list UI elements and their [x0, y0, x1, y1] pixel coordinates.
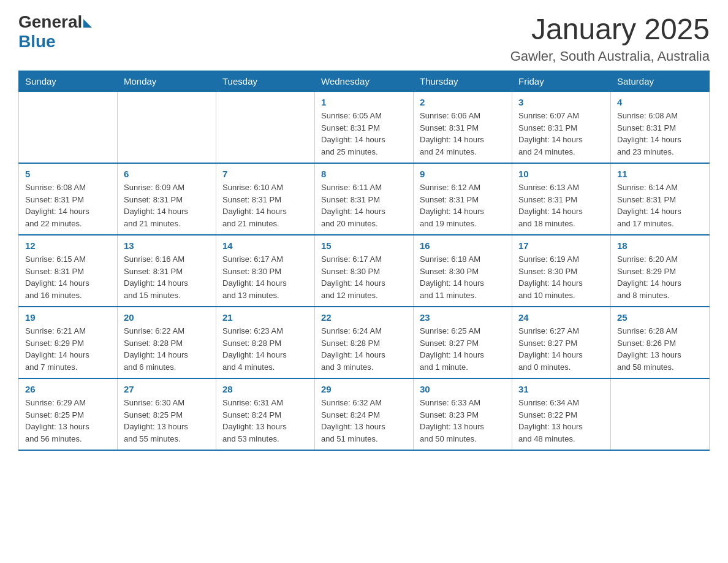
- day-cell-28: 28Sunrise: 6:31 AMSunset: 8:24 PMDayligh…: [216, 378, 315, 450]
- empty-cell: [19, 92, 118, 164]
- day-cell-8: 8Sunrise: 6:11 AMSunset: 8:31 PMDaylight…: [315, 163, 414, 235]
- week-row-2: 5Sunrise: 6:08 AMSunset: 8:31 PMDaylight…: [19, 163, 710, 235]
- day-number-17: 17: [518, 240, 604, 251]
- day-cell-14: 14Sunrise: 6:17 AMSunset: 8:30 PMDayligh…: [216, 235, 315, 307]
- week-row-4: 19Sunrise: 6:21 AMSunset: 8:29 PMDayligh…: [19, 307, 710, 378]
- day-number-7: 7: [222, 169, 308, 179]
- day-number-31: 31: [518, 384, 604, 394]
- day-number-10: 10: [518, 169, 604, 179]
- day-cell-1: 1Sunrise: 6:05 AMSunset: 8:31 PMDaylight…: [315, 92, 414, 164]
- day-cell-25: 25Sunrise: 6:28 AMSunset: 8:26 PMDayligh…: [611, 307, 710, 378]
- day-cell-23: 23Sunrise: 6:25 AMSunset: 8:27 PMDayligh…: [414, 307, 512, 378]
- day-info-17: Sunrise: 6:19 AMSunset: 8:30 PMDaylight:…: [518, 253, 604, 301]
- day-number-15: 15: [321, 240, 407, 251]
- day-number-29: 29: [321, 384, 407, 394]
- day-info-1: Sunrise: 6:05 AMSunset: 8:31 PMDaylight:…: [321, 110, 407, 158]
- day-info-29: Sunrise: 6:32 AMSunset: 8:24 PMDaylight:…: [321, 397, 407, 445]
- weekday-header-monday: Monday: [118, 71, 216, 92]
- weekday-header-wednesday: Wednesday: [315, 71, 414, 92]
- day-info-8: Sunrise: 6:11 AMSunset: 8:31 PMDaylight:…: [321, 182, 407, 229]
- weekday-header-row: SundayMondayTuesdayWednesdayThursdayFrid…: [19, 71, 710, 92]
- day-cell-31: 31Sunrise: 6:34 AMSunset: 8:22 PMDayligh…: [512, 378, 611, 450]
- day-info-27: Sunrise: 6:30 AMSunset: 8:25 PMDaylight:…: [124, 397, 210, 445]
- day-number-28: 28: [222, 384, 308, 394]
- day-info-30: Sunrise: 6:33 AMSunset: 8:23 PMDaylight:…: [420, 397, 506, 445]
- calendar-table: SundayMondayTuesdayWednesdayThursdayFrid…: [18, 71, 710, 451]
- day-number-6: 6: [124, 169, 210, 179]
- weekday-header-friday: Friday: [512, 71, 611, 92]
- day-cell-18: 18Sunrise: 6:20 AMSunset: 8:29 PMDayligh…: [611, 235, 710, 307]
- day-info-18: Sunrise: 6:20 AMSunset: 8:29 PMDaylight:…: [617, 253, 703, 301]
- day-cell-10: 10Sunrise: 6:13 AMSunset: 8:31 PMDayligh…: [512, 163, 611, 235]
- day-cell-19: 19Sunrise: 6:21 AMSunset: 8:29 PMDayligh…: [19, 307, 118, 378]
- weekday-header-tuesday: Tuesday: [216, 71, 315, 92]
- day-info-9: Sunrise: 6:12 AMSunset: 8:31 PMDaylight:…: [420, 182, 506, 229]
- logo-text-general: General: [18, 12, 82, 32]
- day-cell-6: 6Sunrise: 6:09 AMSunset: 8:31 PMDaylight…: [118, 163, 216, 235]
- day-cell-21: 21Sunrise: 6:23 AMSunset: 8:28 PMDayligh…: [216, 307, 315, 378]
- day-number-3: 3: [518, 97, 604, 107]
- day-info-7: Sunrise: 6:10 AMSunset: 8:31 PMDaylight:…: [222, 182, 308, 229]
- day-info-3: Sunrise: 6:07 AMSunset: 8:31 PMDaylight:…: [518, 110, 604, 158]
- empty-cell: [216, 92, 315, 164]
- day-number-23: 23: [420, 312, 506, 323]
- day-number-13: 13: [124, 240, 210, 251]
- week-row-1: 1Sunrise: 6:05 AMSunset: 8:31 PMDaylight…: [19, 92, 710, 164]
- day-number-24: 24: [518, 312, 604, 323]
- day-info-12: Sunrise: 6:15 AMSunset: 8:31 PMDaylight:…: [25, 253, 111, 301]
- day-cell-16: 16Sunrise: 6:18 AMSunset: 8:30 PMDayligh…: [414, 235, 512, 307]
- day-cell-7: 7Sunrise: 6:10 AMSunset: 8:31 PMDaylight…: [216, 163, 315, 235]
- day-cell-29: 29Sunrise: 6:32 AMSunset: 8:24 PMDayligh…: [315, 378, 414, 450]
- logo: General Blue: [18, 12, 92, 52]
- day-info-11: Sunrise: 6:14 AMSunset: 8:31 PMDaylight:…: [617, 182, 703, 229]
- day-info-31: Sunrise: 6:34 AMSunset: 8:22 PMDaylight:…: [518, 397, 604, 445]
- day-info-13: Sunrise: 6:16 AMSunset: 8:31 PMDaylight:…: [124, 253, 210, 301]
- day-info-15: Sunrise: 6:17 AMSunset: 8:30 PMDaylight:…: [321, 253, 407, 301]
- day-number-9: 9: [420, 169, 506, 179]
- day-number-26: 26: [25, 384, 111, 394]
- day-cell-30: 30Sunrise: 6:33 AMSunset: 8:23 PMDayligh…: [414, 378, 512, 450]
- day-number-16: 16: [420, 240, 506, 251]
- day-number-14: 14: [222, 240, 308, 251]
- page-header: General Blue January 2025 Gawler, South …: [18, 12, 710, 64]
- day-cell-13: 13Sunrise: 6:16 AMSunset: 8:31 PMDayligh…: [118, 235, 216, 307]
- week-row-3: 12Sunrise: 6:15 AMSunset: 8:31 PMDayligh…: [19, 235, 710, 307]
- day-number-11: 11: [617, 169, 703, 179]
- weekday-header-sunday: Sunday: [19, 71, 118, 92]
- day-number-1: 1: [321, 97, 407, 107]
- day-number-8: 8: [321, 169, 407, 179]
- day-cell-2: 2Sunrise: 6:06 AMSunset: 8:31 PMDaylight…: [414, 92, 512, 164]
- day-cell-26: 26Sunrise: 6:29 AMSunset: 8:25 PMDayligh…: [19, 378, 118, 450]
- day-number-18: 18: [617, 240, 703, 251]
- day-info-26: Sunrise: 6:29 AMSunset: 8:25 PMDaylight:…: [25, 397, 111, 445]
- day-cell-5: 5Sunrise: 6:08 AMSunset: 8:31 PMDaylight…: [19, 163, 118, 235]
- day-info-2: Sunrise: 6:06 AMSunset: 8:31 PMDaylight:…: [420, 110, 506, 158]
- day-number-20: 20: [124, 312, 210, 323]
- day-info-21: Sunrise: 6:23 AMSunset: 8:28 PMDaylight:…: [222, 325, 308, 373]
- day-info-22: Sunrise: 6:24 AMSunset: 8:28 PMDaylight:…: [321, 325, 407, 373]
- empty-cell: [118, 92, 216, 164]
- day-number-27: 27: [124, 384, 210, 394]
- day-cell-17: 17Sunrise: 6:19 AMSunset: 8:30 PMDayligh…: [512, 235, 611, 307]
- day-info-10: Sunrise: 6:13 AMSunset: 8:31 PMDaylight:…: [518, 182, 604, 229]
- day-number-12: 12: [25, 240, 111, 251]
- title-section: January 2025 Gawler, South Australia, Au…: [510, 12, 710, 64]
- day-cell-9: 9Sunrise: 6:12 AMSunset: 8:31 PMDaylight…: [414, 163, 512, 235]
- day-cell-15: 15Sunrise: 6:17 AMSunset: 8:30 PMDayligh…: [315, 235, 414, 307]
- calendar-subtitle: Gawler, South Australia, Australia: [510, 48, 710, 64]
- day-info-23: Sunrise: 6:25 AMSunset: 8:27 PMDaylight:…: [420, 325, 506, 373]
- day-number-2: 2: [420, 97, 506, 107]
- day-info-16: Sunrise: 6:18 AMSunset: 8:30 PMDaylight:…: [420, 253, 506, 301]
- empty-cell: [611, 378, 710, 450]
- day-cell-24: 24Sunrise: 6:27 AMSunset: 8:27 PMDayligh…: [512, 307, 611, 378]
- weekday-header-thursday: Thursday: [414, 71, 512, 92]
- day-info-24: Sunrise: 6:27 AMSunset: 8:27 PMDaylight:…: [518, 325, 604, 373]
- day-info-28: Sunrise: 6:31 AMSunset: 8:24 PMDaylight:…: [222, 397, 308, 445]
- day-info-5: Sunrise: 6:08 AMSunset: 8:31 PMDaylight:…: [25, 182, 111, 229]
- day-cell-27: 27Sunrise: 6:30 AMSunset: 8:25 PMDayligh…: [118, 378, 216, 450]
- day-cell-4: 4Sunrise: 6:08 AMSunset: 8:31 PMDaylight…: [611, 92, 710, 164]
- day-number-25: 25: [617, 312, 703, 323]
- week-row-5: 26Sunrise: 6:29 AMSunset: 8:25 PMDayligh…: [19, 378, 710, 450]
- day-info-6: Sunrise: 6:09 AMSunset: 8:31 PMDaylight:…: [124, 182, 210, 229]
- day-number-5: 5: [25, 169, 111, 179]
